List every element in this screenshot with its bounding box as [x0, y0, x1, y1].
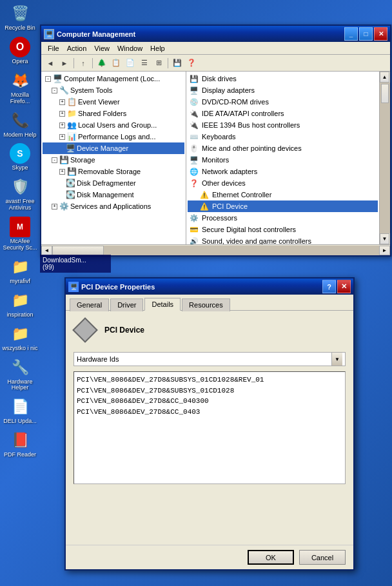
right-item-processors[interactable]: ⚙️ Processors	[188, 212, 378, 224]
tree-item-disk-defrag[interactable]: 💽 Disk Defragmenter	[43, 177, 184, 189]
tree-icon-storage: 💾	[59, 155, 69, 165]
right-item-mice[interactable]: 🖱️ Mice and other pointing devices	[188, 142, 378, 154]
modem-help-icon[interactable]: 📞 Modem Help	[1, 110, 39, 139]
wszystko-icon[interactable]: 📁 wszystko i nic	[1, 324, 39, 352]
hardware-helper-icon[interactable]: 🔧 Hardware Helper	[1, 357, 39, 392]
tree-expander-root[interactable]: -	[45, 76, 51, 82]
firefox-icon[interactable]: 🦊 Mozilla Firefo...	[1, 70, 39, 105]
tab-resources[interactable]: Resources	[182, 298, 230, 311]
right-item-monitors[interactable]: 🖥️ Monitors	[188, 154, 378, 166]
tree-label-services: Services and Applications	[70, 202, 151, 210]
right-item-pci-device[interactable]: ⚠️ PCI Device	[188, 200, 378, 212]
tree-label-system-tools: System Tools	[70, 86, 112, 94]
tree-expander-perf-logs[interactable]: +	[59, 134, 65, 140]
tree-expander-event-viewer[interactable]: +	[59, 99, 65, 105]
skype-icon[interactable]: S Skype	[1, 143, 39, 171]
view3-btn[interactable]: ⊞	[152, 57, 165, 70]
inspiration-icon[interactable]: 📁 inspiration	[1, 290, 39, 318]
icon-other-devices: ❓	[189, 178, 199, 188]
cm-minimize-btn[interactable]: _	[344, 27, 358, 41]
tree-expander-local-users[interactable]: +	[59, 122, 65, 128]
menu-window[interactable]: Window	[113, 44, 146, 53]
hscroll-thumb[interactable]	[52, 246, 104, 255]
right-item-sound[interactable]: 🔊 Sound, video and game controllers	[188, 235, 378, 244]
tree-item-removable-storage[interactable]: + 💾 Removable Storage	[43, 166, 184, 177]
cm-close-btn[interactable]: ✕	[374, 27, 387, 41]
scroll-down-btn[interactable]: ▼	[380, 233, 389, 244]
scroll-track[interactable]	[380, 83, 390, 233]
tree-item-perf-logs[interactable]: + 📊 Performance Logs and...	[43, 131, 184, 142]
pci-dialog-help-btn[interactable]: ?	[322, 280, 336, 293]
properties-btn[interactable]: 📋	[110, 57, 122, 70]
cm-toolbar: ◄ ► ↑ 🌲 📋 📄 ☰ ⊞ 💾 ❓	[41, 55, 390, 72]
tree-item-shared-folders[interactable]: + 📁 Shared Folders	[43, 108, 184, 119]
hscroll-right-btn[interactable]: ►	[379, 246, 390, 255]
icon-network-adapters: 🌐	[189, 166, 199, 177]
myrafivf-icon[interactable]: 📁 myrafivf	[1, 257, 39, 285]
tree-expander-services[interactable]: +	[52, 204, 57, 210]
right-item-disk-drives[interactable]: 💾 Disk drives	[188, 73, 378, 84]
right-item-other-devices[interactable]: ❓ Other devices	[188, 177, 378, 189]
forward-btn[interactable]: ►	[58, 57, 71, 70]
mcafee-icon[interactable]: M McAfee Security Sc...	[1, 217, 39, 251]
tree-item-system-tools[interactable]: - 🔧 System Tools	[43, 84, 184, 96]
cancel-button[interactable]: Cancel	[299, 550, 346, 565]
tree-item-local-users[interactable]: + 👥 Local Users and Group...	[43, 119, 184, 131]
menu-help[interactable]: Help	[146, 44, 169, 53]
tree-panel: - 🖥️ Computer Management (Loc... - 🔧 Sys…	[41, 72, 186, 244]
show-hide-tree-btn[interactable]: 🌲	[95, 57, 108, 70]
pci-device-properties-dialog: 🖥️ PCI Device Properties ? ✕ General Dri…	[64, 277, 355, 571]
hw-ids-dropdown[interactable]: Hardware Ids ▼	[74, 352, 346, 366]
tree-expander-storage[interactable]: -	[52, 157, 57, 163]
right-item-dvdrom[interactable]: 💿 DVD/CD-ROM drives	[188, 96, 378, 108]
scroll-thumb[interactable]	[381, 84, 389, 103]
ok-button[interactable]: OK	[248, 550, 294, 565]
tab-details[interactable]: Details	[144, 298, 181, 311]
right-item-ethernet[interactable]: ⚠️ Ethernet Controller	[188, 189, 378, 200]
tree-item-device-manager[interactable]: 🖥️ Device Manager	[43, 142, 184, 154]
menu-view[interactable]: View	[90, 44, 113, 53]
pci-tabs-container: General Driver Details Resources	[66, 295, 353, 311]
pci-dialog-close-btn[interactable]: ✕	[337, 280, 351, 293]
right-item-sd-controllers[interactable]: 💳 Secure Digital host controllers	[188, 224, 378, 235]
view2-btn[interactable]: ☰	[138, 57, 151, 70]
tree-expander-removable-storage[interactable]: +	[59, 169, 65, 175]
right-item-network-adapters[interactable]: 🌐 Network adapters	[188, 166, 378, 177]
tree-item-event-viewer[interactable]: + 📋 Event Viewer	[43, 96, 184, 108]
tab-general[interactable]: General	[70, 298, 109, 311]
export-btn[interactable]: 💾	[171, 57, 184, 70]
recycle-bin-icon[interactable]: 🗑️ Recycle Bin	[1, 3, 39, 32]
tree-item-disk-mgmt[interactable]: 💽 Disk Management	[43, 189, 184, 200]
right-item-keyboards[interactable]: ⌨️ Keyboards	[188, 131, 378, 142]
download-text-1: DownloadSm...	[43, 257, 108, 264]
hscroll-bar[interactable]: ◄ ►	[41, 244, 390, 255]
up-btn[interactable]: ↑	[77, 57, 90, 70]
right-item-display-adapters[interactable]: 🖥️ Display adapters	[188, 84, 378, 96]
tree-item-services[interactable]: + ⚙️ Services and Applications	[43, 200, 184, 212]
tree-expander-shared-folders[interactable]: +	[59, 111, 65, 117]
desktop-icons-panel: 🗑️ Recycle Bin O Opera 🦊 Mozilla Firefo.…	[0, 0, 40, 586]
right-item-ieee1394[interactable]: 🔌 IEEE 1394 Bus host controllers	[188, 119, 378, 131]
back-btn[interactable]: ◄	[44, 57, 57, 70]
deli-icon[interactable]: 📄 DELI Upda...	[1, 396, 39, 425]
hscroll-track[interactable]	[52, 246, 379, 255]
pdf-reader-icon[interactable]: 📕 PDF Reader	[1, 430, 39, 458]
menu-action[interactable]: Action	[63, 44, 91, 53]
tree-icon-device-manager: 🖥️	[65, 143, 75, 153]
menu-file[interactable]: File	[44, 44, 63, 53]
tree-item-storage[interactable]: - 💾 Storage	[43, 154, 184, 166]
hw-ids-textbox[interactable]: PCI\VEN_8086&DEV_27D8&SUBSYS_01CD1028&RE…	[74, 371, 346, 484]
avast-icon[interactable]: 🛡️ avast! Free Antivirus	[1, 177, 39, 211]
tree-item-root[interactable]: - 🖥️ Computer Management (Loc...	[43, 73, 184, 84]
hscroll-left-btn[interactable]: ◄	[41, 246, 52, 255]
right-item-ide[interactable]: 🔌 IDE ATA/ATAPI controllers	[188, 108, 378, 119]
tree-expander-system-tools[interactable]: -	[52, 88, 57, 93]
tab-driver[interactable]: Driver	[110, 298, 143, 311]
opera-icon[interactable]: O Opera	[1, 37, 39, 65]
help-btn[interactable]: ❓	[185, 57, 198, 70]
right-panel-scrollbar[interactable]: ▲ ▼	[379, 72, 390, 244]
scroll-up-btn[interactable]: ▲	[380, 72, 389, 83]
cm-maximize-btn[interactable]: □	[359, 27, 373, 41]
view-btn[interactable]: 📄	[124, 57, 137, 70]
tree-icon-local-users: 👥	[66, 120, 77, 130]
